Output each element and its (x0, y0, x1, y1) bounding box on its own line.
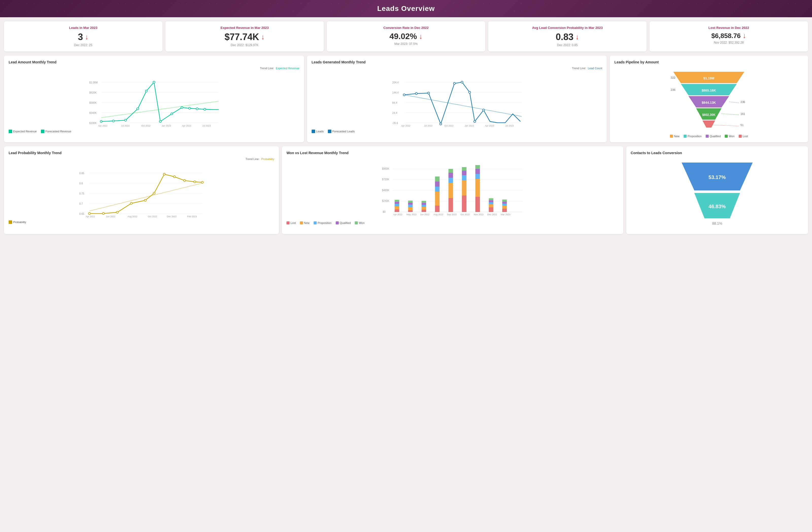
legend-forecasted-leads-label: Forecasted Leads (332, 130, 355, 133)
legend-lost-label: Lost (743, 135, 748, 138)
legend-won-bar-label: Won (359, 221, 364, 224)
legend-proposition-bar: Proposition (314, 221, 332, 224)
svg-text:Dec 2022: Dec 2022 (487, 213, 497, 216)
svg-point-85 (116, 211, 118, 213)
chart5-title: Won vs Lost Revenue Monthly Trend (287, 151, 619, 155)
svg-text:Apr 2022: Apr 2022 (401, 124, 410, 127)
kpi-conversion-arrow: ↓ (419, 32, 422, 41)
svg-point-83 (88, 212, 90, 215)
kpi-revenue-title: Expected Revenue in Mar 2023 (171, 26, 319, 30)
svg-rect-144 (475, 165, 480, 169)
svg-text:144.4: 144.4 (392, 91, 398, 94)
svg-rect-117 (408, 205, 412, 207)
svg-text:Apr 2022: Apr 2022 (393, 213, 403, 216)
svg-text:Sep 2022: Sep 2022 (447, 213, 457, 216)
svg-rect-149 (489, 198, 493, 200)
page-header: Leads Overview (0, 0, 812, 17)
svg-rect-125 (435, 206, 439, 212)
svg-line-39 (404, 95, 521, 116)
svg-rect-147 (489, 202, 493, 204)
svg-rect-128 (435, 181, 439, 187)
legend-probability: Probability (9, 220, 26, 224)
svg-rect-151 (502, 206, 507, 209)
svg-text:$1.06M: $1.06M (89, 81, 98, 84)
svg-point-43 (439, 123, 441, 125)
svg-point-89 (163, 173, 165, 175)
legend-expected-icon (9, 130, 12, 133)
kpi-revenue-sub: Dec 2022: $129.97K (171, 43, 319, 47)
kpi-leads-value: 3 ↓ (9, 32, 157, 42)
kpi-lost-arrow: ↓ (743, 32, 746, 40)
chart3-svg: $1.19M 322 $865.16K 236 $844.13K 236 $60… (614, 67, 803, 133)
svg-text:$820K: $820K (89, 91, 97, 94)
svg-text:$865.16K: $865.16K (701, 89, 716, 92)
svg-point-21 (196, 108, 198, 110)
svg-rect-119 (408, 201, 412, 203)
svg-point-40 (403, 94, 405, 96)
svg-text:0.65: 0.65 (79, 212, 84, 215)
kpi-conversion-value: 49.02% ↓ (332, 32, 480, 41)
svg-point-17 (159, 120, 161, 122)
kpi-leads-title: Leads in Mar 2023 (9, 26, 157, 30)
legend-lost: Lost (739, 135, 748, 138)
svg-point-46 (468, 91, 470, 93)
svg-rect-127 (435, 187, 439, 192)
legend-proposition-bar-label: Proposition (318, 221, 332, 224)
svg-point-47 (474, 120, 476, 122)
legend-qualified-label: Qualified (710, 135, 721, 138)
svg-text:204.4: 204.4 (392, 81, 398, 84)
svg-text:Jul 2023: Jul 2023 (202, 124, 211, 127)
legend-proposition-label: Proposition (688, 135, 701, 138)
chart-pipeline: Leads Pipeline by Amount $1.19M 322 $865… (610, 56, 808, 142)
svg-rect-131 (448, 183, 453, 198)
svg-text:Apr 2022: Apr 2022 (98, 124, 107, 127)
svg-text:161: 161 (741, 112, 745, 115)
svg-text:Jul 2023: Jul 2023 (505, 124, 513, 127)
svg-line-70 (722, 114, 739, 115)
svg-rect-152 (502, 204, 507, 206)
svg-text:88.1%: 88.1% (712, 221, 722, 225)
legend-leads: Leads (311, 130, 324, 133)
svg-point-93 (201, 181, 203, 183)
svg-point-45 (461, 81, 463, 83)
chart1-svg: $100K $340K $580K $820K $1.06M (9, 71, 300, 127)
svg-rect-135 (462, 195, 466, 212)
chart3-title: Leads Pipeline by Amount (614, 60, 803, 64)
svg-point-20 (189, 107, 191, 109)
svg-text:53.17%: 53.17% (709, 175, 726, 180)
chart-won-lost: Won vs Lost Revenue Monthly Trend $0 $24… (282, 146, 623, 234)
kpi-leads-sub: Dec 2022: 25 (9, 43, 157, 47)
svg-marker-67 (702, 120, 715, 128)
chart4-trend-label: Trend Line: Probability (9, 158, 274, 161)
svg-rect-141 (475, 179, 480, 197)
legend-won-bar: Won (355, 221, 364, 224)
kpi-conversion-sub: Mar 2023: 37.5% (332, 42, 480, 46)
svg-line-82 (89, 183, 202, 211)
svg-text:Dec 2022: Dec 2022 (167, 215, 177, 218)
svg-point-41 (415, 92, 417, 94)
svg-point-91 (184, 179, 186, 181)
chart1-legend: Expected Revenue Forecasted Revenue (9, 130, 300, 133)
svg-rect-134 (448, 169, 453, 173)
svg-rect-116 (408, 207, 412, 210)
svg-text:0.8: 0.8 (79, 182, 83, 185)
svg-rect-130 (448, 198, 453, 212)
legend-expected-label: Expected Revenue (13, 130, 37, 133)
kpi-row: Leads in Mar 2023 3 ↓ Dec 2022: 25 Expec… (0, 17, 812, 54)
kpi-avg-arrow: ↓ (576, 33, 579, 41)
legend-qualified: Qualified (706, 135, 721, 138)
svg-rect-132 (448, 178, 453, 183)
svg-text:$0: $0 (383, 210, 386, 213)
chart-probability: Lead Probability Monthly Trend Trend Lin… (4, 146, 279, 234)
legend-forecasted-label: Forecasted Revenue (45, 130, 71, 133)
chart1-title: Lead Amount Monthly Trend (9, 60, 300, 64)
svg-text:Jan 2023: Jan 2023 (162, 124, 171, 127)
svg-text:Jul 2022: Jul 2022 (424, 124, 432, 127)
chart2-svg: -35.6 24.4 84.4 144.4 204.4 (311, 71, 603, 127)
svg-text:Oct 2022: Oct 2022 (444, 124, 453, 127)
svg-point-88 (153, 192, 155, 194)
legend-new-bar-label: New (304, 221, 309, 224)
svg-text:236: 236 (741, 100, 745, 103)
svg-text:84.4: 84.4 (392, 101, 397, 104)
svg-rect-110 (395, 209, 399, 212)
